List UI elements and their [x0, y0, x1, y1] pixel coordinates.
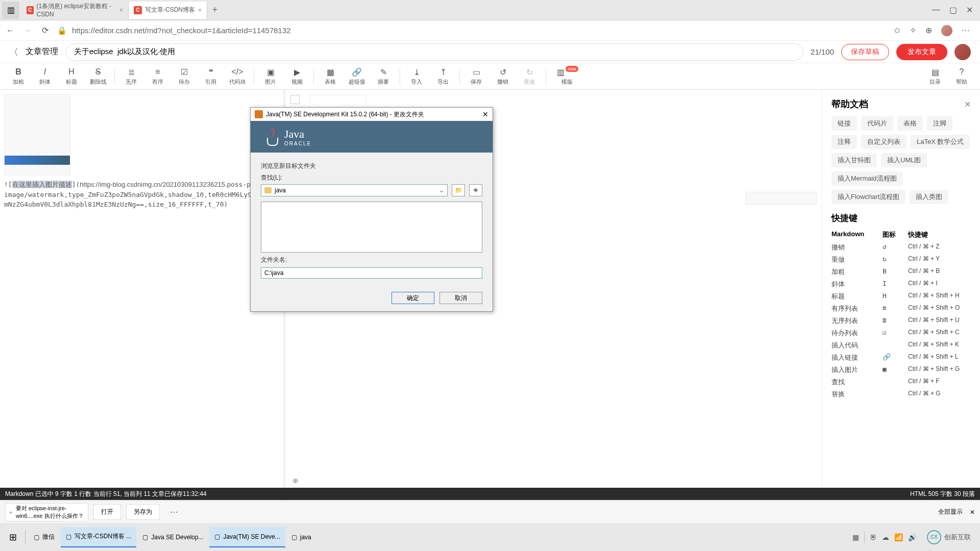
help-button[interactable]: ?帮助 [948, 67, 975, 86]
editor-status-bar: Markdown 已选中 9 字数 1 行数 当前行 51, 当前列 11 文章… [0, 488, 980, 500]
help-chip[interactable]: LaTeX 数学公式 [911, 135, 970, 149]
heading-button[interactable]: H标题 [58, 67, 85, 86]
status-left: Markdown 已选中 9 字数 1 行数 当前行 51, 当前列 11 文章… [5, 490, 207, 498]
folder-name-input[interactable] [261, 267, 482, 279]
markdown-editor[interactable]: ![在这里插入图片描述](https://img-blog.csdnimg.cn… [0, 90, 283, 520]
folder-select-value: java [275, 187, 286, 194]
tray-grid-icon[interactable]: ▦ [852, 533, 859, 541]
cancel-button[interactable]: 取消 [439, 292, 482, 304]
ul-button[interactable]: ≣无序 [118, 67, 144, 86]
table-button[interactable]: ▦表格 [317, 67, 344, 86]
more-icon[interactable]: ⋯ [962, 26, 970, 35]
quote-button[interactable]: ❝引用 [198, 67, 224, 86]
minimize-icon[interactable]: — [932, 5, 940, 15]
help-chips: 链接代码片表格注脚注释自定义列表LaTeX 数学公式插入甘特图插入UML图插入M… [831, 116, 971, 204]
redo-button[interactable]: ↻重做 [516, 67, 543, 86]
article-title-input[interactable] [65, 43, 803, 61]
maximize-icon[interactable]: ▢ [949, 5, 957, 15]
download-item[interactable]: ▫ 要对 eclipse-inst-jre- win6....exe 执行什么操… [5, 503, 88, 521]
taskbar-app[interactable]: ▢Java(TM) SE Deve... [209, 527, 285, 547]
strike-button[interactable]: S删除线 [85, 67, 111, 86]
code-button[interactable]: </>代码块 [224, 67, 251, 86]
up-folder-button[interactable]: 📁 [452, 184, 465, 196]
back-icon[interactable]: ← [5, 26, 15, 35]
bold-button[interactable]: B加粗 [5, 67, 32, 86]
article-manage-link[interactable]: 文章管理 [26, 46, 58, 57]
help-chip[interactable]: 插入Flowchart流程图 [831, 190, 905, 204]
forward-icon: → [22, 26, 33, 35]
folder-select[interactable]: java ⌄ [261, 184, 448, 196]
help-chip[interactable]: 代码片 [861, 116, 893, 131]
close-icon[interactable]: ✕ [964, 99, 971, 109]
favorite-icon[interactable]: ✩ [894, 26, 900, 35]
toc-button[interactable]: ▤目录 [922, 67, 948, 86]
status-right: HTML 505 字数 30 段落 [910, 490, 975, 498]
saveas-button[interactable]: 另存为 [126, 504, 160, 520]
link-button[interactable]: 🔗超链接 [344, 67, 370, 86]
tray-cloud-icon[interactable]: ☁ [882, 533, 889, 541]
help-chip[interactable]: 插入Mermaid流程图 [831, 171, 903, 186]
show-all-link[interactable]: 全部显示 [938, 508, 963, 516]
url-bar[interactable]: 🔒 https://editor.csdn.net/md?not_checkou… [57, 26, 887, 35]
start-button[interactable]: ⊞ [4, 532, 22, 543]
ol-button[interactable]: ≡有序 [144, 67, 171, 86]
window-close-icon[interactable]: ✕ [966, 5, 973, 15]
target-icon[interactable]: ⊕ [292, 477, 299, 485]
help-chip[interactable]: 注释 [831, 135, 857, 149]
user-avatar[interactable] [954, 44, 971, 60]
find-label: 查找(L): [261, 173, 482, 182]
open-button[interactable]: 打开 [93, 504, 121, 520]
close-icon[interactable]: × [198, 7, 202, 14]
image-button[interactable]: ▣图片 [257, 67, 284, 86]
taskbar-app[interactable]: ▢写文章-CSDN博客 ... [61, 527, 136, 547]
browser-app-icon[interactable]: ▥ [2, 2, 19, 19]
folder-icon [264, 187, 272, 193]
more-icon[interactable]: ⋯ [165, 504, 183, 520]
new-folder-button[interactable]: ✳ [469, 184, 482, 196]
browser-tab[interactable]: C (1条消息) eclipse安装教程 - CSDN × [21, 2, 129, 19]
folder-listbox[interactable] [261, 202, 482, 253]
help-chip[interactable]: 注脚 [927, 116, 952, 131]
close-icon[interactable]: ✕ [482, 110, 488, 118]
save-draft-button[interactable]: 保存草稿 [841, 44, 889, 60]
ok-button[interactable]: 确定 [391, 292, 434, 304]
collections-icon[interactable]: ✧ [910, 26, 916, 35]
profile-avatar[interactable] [941, 25, 952, 36]
taskbar-app[interactable]: ▢Java SE Develop... [137, 527, 208, 547]
template-button[interactable]: ▥new模版 [549, 67, 585, 86]
export-button[interactable]: ⤒导出 [430, 67, 456, 86]
dialog-titlebar[interactable]: Java(TM) SE Development Kit 15.0.2 (64-b… [251, 108, 493, 121]
import-button[interactable]: ⤓导入 [403, 67, 430, 86]
help-chip[interactable]: 表格 [897, 116, 923, 131]
app-icon: ▢ [34, 534, 39, 541]
help-chip[interactable]: 插入类图 [910, 190, 948, 204]
help-chip[interactable]: 插入甘特图 [831, 153, 877, 167]
publish-button[interactable]: 发布文章 [896, 44, 947, 60]
tray-volume-icon[interactable]: 🔊 [908, 533, 917, 541]
taskbar-app[interactable]: ▢java [286, 527, 316, 547]
help-chip[interactable]: 插入UML图 [881, 153, 927, 167]
browse-label: 浏览至新目标文件夹 [261, 162, 482, 170]
italic-button[interactable]: I斜体 [32, 67, 58, 86]
close-icon[interactable]: ✕ [970, 509, 975, 516]
jdk-change-folder-dialog: Java(TM) SE Development Kit 15.0.2 (64-b… [250, 107, 493, 312]
browser-tab-active[interactable]: C 写文章-CSDN博客 × [129, 2, 207, 19]
video-button[interactable]: ▶视频 [284, 67, 310, 86]
favicon-icon: C [27, 6, 34, 14]
undo-button[interactable]: ↺撤销 [489, 67, 516, 86]
help-chip[interactable]: 链接 [831, 116, 857, 131]
extensions-icon[interactable]: ⊕ [925, 26, 932, 35]
taskbar-app[interactable]: ▢微信 [29, 527, 60, 547]
save-button[interactable]: ▭保存 [463, 67, 489, 86]
close-icon[interactable]: × [119, 7, 123, 14]
help-chip[interactable]: 自定义列表 [861, 135, 906, 149]
tray-wifi-icon[interactable]: 📶 [894, 533, 903, 541]
digest-button[interactable]: ✎摘要 [370, 67, 397, 86]
new-tab-button[interactable]: + [207, 5, 223, 15]
chevron-left-icon[interactable]: 〈 [9, 46, 18, 58]
reload-icon[interactable]: ⟳ [40, 26, 50, 35]
tray-shield-icon[interactable]: ⛨ [870, 533, 877, 541]
todo-button[interactable]: ☑待办 [171, 67, 198, 86]
shortcut-row: 斜体ICtrl / ⌘ + I [831, 278, 971, 290]
shortcut-row: 替换Ctrl / ⌘ + G [831, 388, 971, 400]
